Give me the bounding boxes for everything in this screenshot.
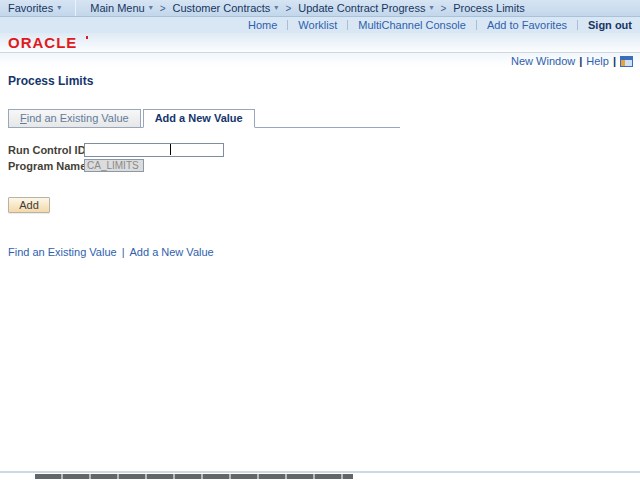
- run-control-id-field[interactable]: [84, 143, 224, 157]
- text-cursor: [170, 144, 171, 155]
- page-title: Process Limits: [8, 74, 93, 88]
- footer-divider: |: [122, 246, 125, 258]
- footer-links: Find an Existing Value | Add a New Value: [8, 246, 214, 258]
- tab-label: Add a New Value: [155, 112, 243, 124]
- add-new-value-form: Run Control ID: Program Name:: [8, 143, 224, 174]
- breadcrumb-separator: >: [285, 3, 291, 14]
- breadcrumb-label: Customer Contracts: [173, 2, 271, 14]
- favorites-menu[interactable]: Favorites ▾: [8, 2, 61, 14]
- program-name-field: [84, 159, 144, 172]
- tab-find-an-existing-value[interactable]: Find an Existing Value: [8, 109, 141, 128]
- chevron-down-icon: ▾: [274, 4, 278, 12]
- breadcrumb-label: Process Limits: [453, 2, 525, 14]
- breadcrumb-label: Update Contract Progress: [298, 2, 425, 14]
- logo-band: ORACLE: [0, 33, 640, 53]
- breadcrumb-separator: >: [160, 3, 166, 14]
- links-divider: [476, 20, 477, 30]
- bottom-divider-line: [0, 471, 640, 473]
- oracle-logo: ORACLE: [8, 34, 77, 52]
- multichannel-console-link[interactable]: MultiChannel Console: [358, 19, 466, 31]
- utility-links: New Window | Help |: [511, 55, 633, 67]
- tab-bar: Find an Existing Value Add a New Value: [8, 109, 400, 128]
- main-menu-label: Main Menu: [90, 2, 144, 14]
- footer-add-new-value-link[interactable]: Add a New Value: [130, 246, 214, 258]
- portal-links-bar: Home Worklist MultiChannel Console Add t…: [0, 17, 640, 33]
- add-button[interactable]: Add: [8, 197, 50, 213]
- utility-divider: |: [579, 55, 582, 67]
- utility-divider: |: [613, 55, 616, 67]
- chevron-down-icon: ▾: [429, 4, 433, 12]
- new-window-link[interactable]: New Window: [511, 55, 575, 67]
- breadcrumb-bar: Favorites ▾ Main Menu ▾ > Customer Contr…: [0, 0, 640, 17]
- help-link[interactable]: Help: [586, 55, 609, 67]
- favorites-label: Favorites: [8, 2, 53, 14]
- links-divider: [577, 20, 578, 30]
- main-menu[interactable]: Main Menu ▾: [90, 2, 152, 14]
- home-link[interactable]: Home: [248, 19, 277, 31]
- worklist-link[interactable]: Worklist: [298, 19, 337, 31]
- footer-find-existing-value-link[interactable]: Find an Existing Value: [8, 246, 117, 258]
- tab-label: Find an Existing Value: [20, 112, 129, 124]
- tab-add-a-new-value[interactable]: Add a New Value: [143, 109, 255, 128]
- links-divider: [287, 20, 288, 30]
- breadcrumb-item-process-limits[interactable]: Process Limits: [453, 2, 525, 14]
- breadcrumb-item-update-contract-progress[interactable]: Update Contract Progress ▾: [298, 2, 433, 14]
- sign-out-link[interactable]: Sign out: [588, 19, 632, 31]
- breadcrumb-divider: [75, 0, 76, 16]
- oracle-logo-trademark: [86, 36, 88, 39]
- chevron-down-icon: ▾: [149, 4, 153, 12]
- add-to-favorites-link[interactable]: Add to Favorites: [487, 19, 567, 31]
- breadcrumb-separator: >: [440, 3, 446, 14]
- chevron-down-icon: ▾: [57, 4, 61, 12]
- links-divider: [347, 20, 348, 30]
- run-control-id-label: Run Control ID:: [8, 144, 84, 156]
- personalize-page-icon[interactable]: [620, 56, 633, 67]
- bottom-segmented-strip: [35, 474, 353, 479]
- program-name-label: Program Name:: [8, 160, 84, 172]
- breadcrumb-item-customer-contracts[interactable]: Customer Contracts ▾: [173, 2, 279, 14]
